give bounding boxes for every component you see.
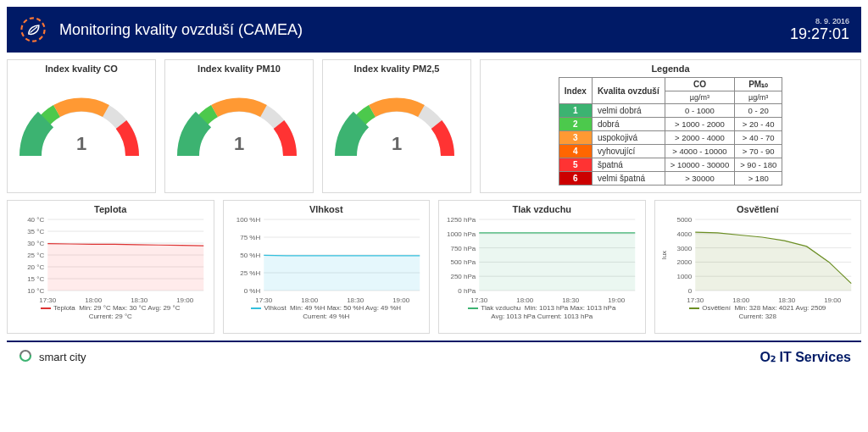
chart-legend: Vlhkost Min: 49 %H Max: 50 %H Avg: 49 %H… bbox=[227, 304, 426, 320]
legend-idx: 1 bbox=[559, 104, 592, 118]
legend-row: 6 velmi špatná > 30000 > 180 bbox=[559, 172, 782, 186]
legend-table: Index Kvalita ovzduší CO PM₁₀ µg/m³ µg/m… bbox=[559, 77, 782, 186]
gauge-value: 1 bbox=[329, 133, 465, 155]
smart-city-icon bbox=[17, 347, 34, 367]
svg-text:40 °C: 40 °C bbox=[27, 216, 44, 224]
legend-co: > 4000 - 10000 bbox=[665, 145, 734, 158]
legend-co: > 2000 - 4000 bbox=[665, 131, 734, 145]
legend-title: Legenda bbox=[486, 64, 855, 74]
svg-text:17:30: 17:30 bbox=[687, 296, 704, 304]
footer-right: O₂ IT Services bbox=[760, 349, 851, 365]
leaf-logo-icon bbox=[19, 15, 47, 44]
svg-text:lux: lux bbox=[660, 251, 668, 259]
legend-quality: dobrá bbox=[592, 118, 665, 131]
legend-head-quality: Kvalita ovzduší bbox=[592, 78, 665, 104]
chart-plot: 0 hPa250 hPa500 hPa750 hPa1000 hPa1250 h… bbox=[442, 214, 642, 304]
svg-text:17:30: 17:30 bbox=[470, 296, 488, 304]
header-bar: Monitoring kvality ovzduší (CAMEA) 8. 9.… bbox=[7, 7, 861, 53]
legend-co: > 10000 - 30000 bbox=[665, 158, 734, 172]
gauge-value: 1 bbox=[14, 133, 149, 155]
gauge-title: Index kvality PM10 bbox=[170, 64, 308, 74]
legend-row: 5 špatná > 10000 - 30000 > 90 - 180 bbox=[559, 158, 782, 172]
legend-quality: špatná bbox=[592, 158, 665, 172]
footer-brand: O₂ bbox=[760, 350, 776, 364]
svg-text:250 hPa: 250 hPa bbox=[450, 273, 476, 280]
legend-idx: 3 bbox=[559, 131, 592, 145]
chart-legend: Tlak vzduchu Min: 1013 hPa Max: 1013 hPa… bbox=[442, 304, 642, 320]
svg-text:17:30: 17:30 bbox=[255, 296, 273, 304]
chart-title: Vlhkost bbox=[227, 204, 426, 214]
svg-text:1000: 1000 bbox=[676, 273, 692, 280]
legend-pm: > 90 - 180 bbox=[735, 158, 782, 172]
svg-text:18:30: 18:30 bbox=[131, 296, 148, 304]
svg-text:18:00: 18:00 bbox=[301, 296, 319, 304]
chart-legend: Teplota Min: 29 °C Max: 30 °C Avg: 29 °C… bbox=[11, 304, 210, 320]
legend-swatch-icon bbox=[41, 307, 51, 309]
gauge-card-0: Index kvality CO 1 bbox=[7, 59, 156, 193]
legend-pm: > 20 - 40 bbox=[735, 118, 782, 131]
svg-text:100 %H: 100 %H bbox=[236, 216, 260, 224]
gauge-card-1: Index kvality PM10 1 bbox=[164, 59, 314, 193]
legend-co: > 1000 - 2000 bbox=[665, 118, 734, 131]
footer-left-text: smart city bbox=[39, 351, 86, 363]
legend-swatch-icon bbox=[251, 307, 261, 309]
chart-legend: Osvětlení Min: 328 Max: 4021 Avg: 2509Cu… bbox=[659, 304, 858, 320]
footer: smart city O₂ IT Services bbox=[7, 341, 861, 371]
chart-plot: 0 %H25 %H50 %H75 %H100 %H 17:3018:0018:3… bbox=[227, 214, 426, 304]
legend-co: 0 - 1000 bbox=[665, 104, 734, 118]
legend-row: 3 uspokojivá > 2000 - 4000 > 40 - 70 bbox=[559, 131, 782, 145]
svg-text:2000: 2000 bbox=[676, 258, 692, 266]
legend-quality: uspokojivá bbox=[592, 131, 665, 145]
gauges-legend-row: Index kvality CO 1Index kvality PM10 1In… bbox=[0, 53, 868, 193]
gauge-visual: 1 bbox=[329, 75, 465, 169]
svg-text:25 %H: 25 %H bbox=[240, 269, 260, 277]
chart-card-teplota: Teplota 10 °C15 °C20 °C25 °C30 °C35 °C40… bbox=[7, 200, 214, 334]
legend-pm: > 40 - 70 bbox=[735, 131, 782, 145]
page-title: Monitoring kvality ovzduší (CAMEA) bbox=[59, 21, 790, 39]
chart-title: Tlak vzduchu bbox=[442, 204, 642, 214]
legend-card: Legenda Index Kvalita ovzduší CO PM₁₀ µg… bbox=[480, 59, 861, 193]
legend-head-pm10: PM₁₀ bbox=[735, 78, 782, 91]
svg-text:3000: 3000 bbox=[676, 245, 692, 252]
svg-text:25 °C: 25 °C bbox=[27, 252, 44, 259]
chart-plot: 10 °C15 °C20 °C25 °C30 °C35 °C40 °C 17:3… bbox=[11, 214, 210, 304]
legend-quality: velmi špatná bbox=[592, 172, 665, 186]
legend-pm: > 180 bbox=[735, 172, 782, 186]
svg-text:19:00: 19:00 bbox=[824, 296, 842, 304]
svg-text:30 °C: 30 °C bbox=[27, 240, 44, 247]
legend-idx: 5 bbox=[559, 158, 592, 172]
chart-plot: 010002000300040005000 17:3018:0018:3019:… bbox=[659, 214, 858, 304]
header-date: 8. 9. 2016 bbox=[790, 17, 849, 25]
svg-text:19:00: 19:00 bbox=[392, 296, 410, 304]
svg-text:15 °C: 15 °C bbox=[27, 275, 44, 283]
svg-text:5000: 5000 bbox=[676, 216, 692, 224]
svg-text:18:00: 18:00 bbox=[85, 296, 103, 304]
legend-idx: 4 bbox=[559, 145, 592, 158]
gauge-visual: 1 bbox=[14, 75, 149, 169]
footer-left: smart city bbox=[17, 347, 86, 367]
footer-right-text: IT Services bbox=[776, 350, 851, 364]
legend-head-index: Index bbox=[559, 78, 592, 104]
gauge-value: 1 bbox=[171, 133, 307, 155]
legend-head-co: CO bbox=[665, 78, 734, 91]
legend-quality: velmi dobrá bbox=[592, 104, 665, 118]
svg-text:500 hPa: 500 hPa bbox=[450, 258, 476, 266]
legend-row: 4 vyhovující > 4000 - 10000 > 70 - 90 bbox=[559, 145, 782, 158]
legend-swatch-icon bbox=[689, 307, 699, 309]
chart-card-vlhkost: Vlhkost 0 %H25 %H50 %H75 %H100 %H 17:301… bbox=[223, 200, 431, 334]
legend-swatch-icon bbox=[468, 307, 478, 309]
svg-text:20 °C: 20 °C bbox=[27, 263, 44, 271]
svg-text:75 %H: 75 %H bbox=[240, 234, 260, 241]
svg-text:0 %H: 0 %H bbox=[243, 287, 260, 295]
legend-idx: 6 bbox=[559, 172, 592, 186]
svg-text:0: 0 bbox=[687, 287, 692, 295]
svg-text:17:30: 17:30 bbox=[39, 296, 57, 304]
header-time: 19:27:01 bbox=[790, 25, 849, 43]
svg-text:18:30: 18:30 bbox=[778, 296, 796, 304]
svg-text:1250 hPa: 1250 hPa bbox=[447, 216, 476, 224]
legend-row: 2 dobrá > 1000 - 2000 > 20 - 40 bbox=[559, 118, 782, 131]
legend-pm: 0 - 20 bbox=[735, 104, 782, 118]
gauge-card-2: Index kvality PM2,5 1 bbox=[322, 59, 471, 193]
svg-text:18:30: 18:30 bbox=[562, 296, 580, 304]
svg-text:18:00: 18:00 bbox=[732, 296, 750, 304]
